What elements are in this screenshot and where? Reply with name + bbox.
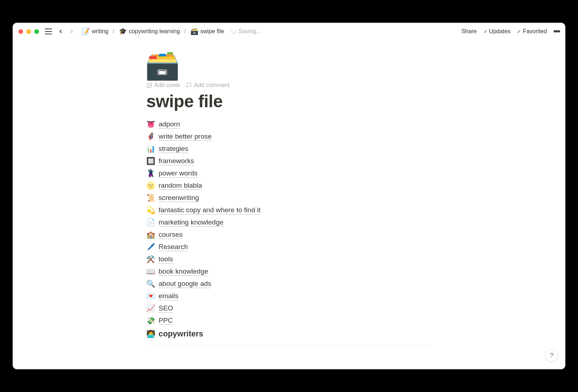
page-link-item[interactable]: 💌emails xyxy=(146,291,432,301)
page-link-item[interactable]: 🦹power words xyxy=(146,168,432,178)
toggle-label: copywriters xyxy=(159,329,203,339)
share-label: Share xyxy=(461,28,477,35)
link-emoji-icon: 👅 xyxy=(146,120,155,129)
link-label: PPC xyxy=(159,317,173,325)
page-link-item[interactable]: 📖book knowledge xyxy=(146,266,432,276)
link-label: SEO xyxy=(159,304,173,313)
page-link-item[interactable]: 💫fantastic copy and where to find it xyxy=(146,205,432,215)
memo-icon: 📝 xyxy=(82,27,90,35)
saving-indicator: Saving... xyxy=(231,28,261,35)
link-emoji-icon: 🔲 xyxy=(146,157,155,165)
maximize-window-button[interactable] xyxy=(34,29,39,34)
favorited-label: Favorited xyxy=(523,28,547,35)
divider xyxy=(146,345,432,345)
link-label: adporn xyxy=(159,120,180,129)
add-cover-button[interactable]: Add cover xyxy=(146,82,180,88)
page-link-item[interactable]: 🌝random blabla xyxy=(146,180,432,191)
link-emoji-icon: 🖊️ xyxy=(146,243,155,251)
link-emoji-icon: 🏫 xyxy=(146,230,155,239)
link-label: write better prose xyxy=(159,132,212,141)
page-hover-actions: Add cover Add comment xyxy=(146,82,432,88)
page-link-item[interactable]: 🖊️Research xyxy=(146,242,432,252)
page-link-item[interactable]: 👅adporn xyxy=(146,119,432,129)
link-label: screenwriting xyxy=(159,194,199,202)
svg-point-1 xyxy=(148,84,149,85)
nav-forward-button[interactable] xyxy=(67,27,76,36)
link-emoji-icon: 📊 xyxy=(146,144,155,153)
link-emoji-icon: 💌 xyxy=(146,292,155,300)
share-button[interactable]: Share xyxy=(461,28,477,35)
breadcrumb-item-writing[interactable]: 📝 writing xyxy=(80,27,110,36)
link-label: courses xyxy=(159,231,183,239)
page-link-item[interactable]: 📈SEO xyxy=(146,303,432,313)
link-emoji-icon: 📜 xyxy=(146,193,155,202)
link-label: random blabla xyxy=(159,182,202,190)
woman-technologist-icon: 👩‍💻 xyxy=(146,330,155,338)
app-window: 📝 writing / 🎓 copywriting learning / 🗃️ … xyxy=(13,23,565,369)
saving-label: Saving... xyxy=(238,28,261,35)
breadcrumb-item-copywriting[interactable]: 🎓 copywriting learning xyxy=(117,27,181,36)
toggle-copywriters[interactable]: 👩‍💻 copywriters xyxy=(146,328,432,340)
link-emoji-icon: 📖 xyxy=(146,267,155,276)
link-emoji-icon: 📄 xyxy=(146,218,155,227)
topbar: 📝 writing / 🎓 copywriting learning / 🗃️ … xyxy=(13,23,565,40)
topbar-actions: Share ✓ Updates ✓ Favorited ••• xyxy=(461,27,560,36)
page-link-list: 👅adporn🦸‍♀️write better prose📊strategies… xyxy=(146,119,432,326)
link-label: strategies xyxy=(159,145,188,153)
link-emoji-icon: 🔍 xyxy=(146,279,155,288)
nav-back-button[interactable] xyxy=(56,27,65,36)
breadcrumb-item-swipefile[interactable]: 🗃️ swipe file xyxy=(189,27,226,36)
link-emoji-icon: 🦹 xyxy=(146,169,155,178)
graduation-cap-icon: 🎓 xyxy=(119,27,127,35)
link-emoji-icon: 💸 xyxy=(146,316,155,325)
window-controls xyxy=(18,29,39,34)
content-area: 🗃️ Add cover Add comment swipe file 👅adp… xyxy=(13,40,565,369)
breadcrumb-separator: / xyxy=(113,28,114,35)
link-label: frameworks xyxy=(159,157,194,165)
card-file-box-icon: 🗃️ xyxy=(190,27,198,35)
link-label: emails xyxy=(159,292,178,300)
page-link-item[interactable]: 🦸‍♀️write better prose xyxy=(146,131,432,141)
add-comment-button[interactable]: Add comment xyxy=(186,82,230,88)
link-label: tools xyxy=(159,255,173,263)
page-link-item[interactable]: 📊strategies xyxy=(146,144,432,154)
check-icon: ✓ xyxy=(517,29,521,34)
add-comment-label: Add comment xyxy=(194,82,230,88)
page-title[interactable]: swipe file xyxy=(146,91,432,111)
sidebar-toggle-icon[interactable] xyxy=(45,29,52,34)
breadcrumb-label: swipe file xyxy=(200,28,224,35)
link-label: power words xyxy=(159,169,198,178)
page-link-item[interactable]: 🔍about google ads xyxy=(146,279,432,289)
favorited-button[interactable]: ✓ Favorited xyxy=(517,28,547,35)
breadcrumb-label: writing xyxy=(92,28,108,35)
page-link-item[interactable]: 🏫courses xyxy=(146,230,432,240)
page-link-item[interactable]: ⚒️tools xyxy=(146,254,432,264)
help-button[interactable]: ? xyxy=(545,349,558,362)
breadcrumb: 📝 writing / 🎓 copywriting learning / 🗃️ … xyxy=(80,27,225,36)
spinner-icon xyxy=(231,29,236,34)
more-menu-button[interactable]: ••• xyxy=(553,27,560,36)
link-label: about google ads xyxy=(159,280,211,288)
link-label: book knowledge xyxy=(159,267,208,276)
updates-label: Updates xyxy=(489,28,511,35)
add-cover-label: Add cover xyxy=(154,82,180,88)
page-link-item[interactable]: 💸PPC xyxy=(146,315,432,326)
link-label: Research xyxy=(159,243,188,251)
page-link-item[interactable]: 🔲frameworks xyxy=(146,156,432,166)
page-link-item[interactable]: 📜screenwriting xyxy=(146,193,432,203)
link-emoji-icon: 🌝 xyxy=(146,181,155,190)
check-icon: ✓ xyxy=(483,29,488,34)
minimize-window-button[interactable] xyxy=(26,29,31,34)
link-label: marketing knowledge xyxy=(159,218,224,227)
breadcrumb-label: copywriting learning xyxy=(129,28,180,35)
link-emoji-icon: 💫 xyxy=(146,206,155,214)
link-emoji-icon: ⚒️ xyxy=(146,255,155,263)
updates-button[interactable]: ✓ Updates xyxy=(483,28,511,35)
link-label: fantastic copy and where to find it xyxy=(159,206,260,214)
link-emoji-icon: 📈 xyxy=(146,304,155,313)
page-icon[interactable]: 🗃️ xyxy=(145,51,432,79)
page-link-item[interactable]: 📄marketing knowledge xyxy=(146,217,432,227)
close-window-button[interactable] xyxy=(18,29,23,34)
comment-icon xyxy=(186,82,192,88)
breadcrumb-separator: / xyxy=(184,28,186,35)
